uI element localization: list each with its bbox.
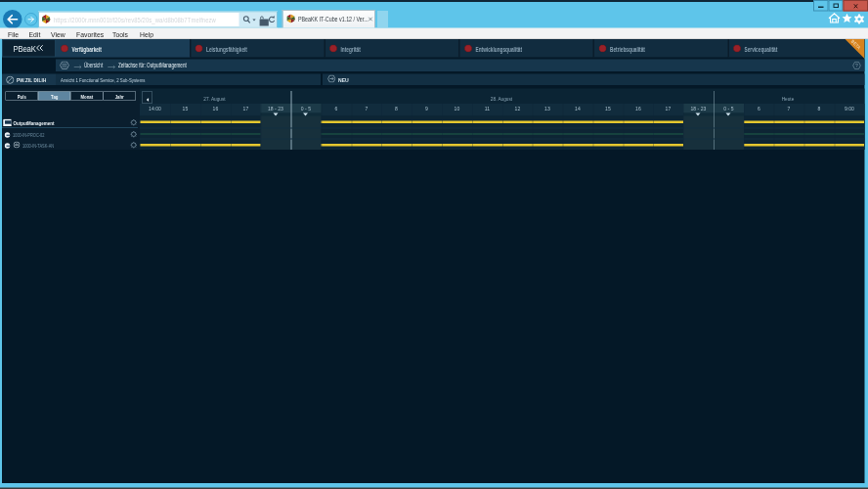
svg-text:?: ? [855, 63, 858, 68]
